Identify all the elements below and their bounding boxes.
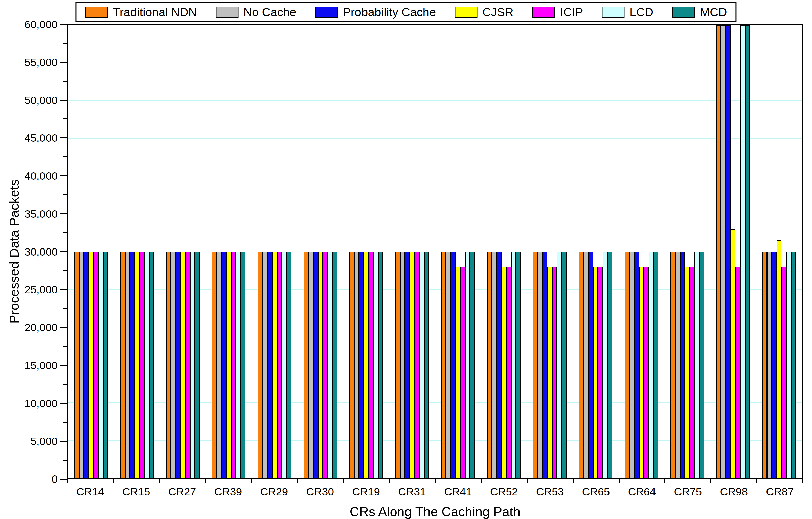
- y-major-tick-mark: [60, 441, 67, 442]
- bar: [263, 252, 267, 478]
- bar: [98, 252, 103, 478]
- bar-group: [435, 25, 481, 478]
- y-tick-label: 15,000: [24, 360, 58, 371]
- bar: [716, 25, 721, 478]
- bar-group: [481, 25, 527, 478]
- x-tick-label: CR75: [674, 486, 702, 497]
- y-tick-label: 25,000: [24, 284, 58, 295]
- bar: [603, 252, 608, 478]
- y-tick-label: 5,000: [30, 436, 58, 447]
- bar: [349, 252, 354, 478]
- bar: [424, 252, 429, 478]
- y-major-tick-mark: [60, 403, 67, 404]
- x-tick-label: CR53: [536, 486, 564, 497]
- bar: [258, 252, 263, 478]
- bar: [89, 252, 93, 478]
- bar: [456, 267, 460, 478]
- bar: [303, 252, 309, 478]
- legend-label: CJSR: [482, 6, 514, 18]
- bar: [180, 252, 185, 478]
- bar: [267, 252, 272, 478]
- bar: [130, 252, 135, 478]
- x-tick-mark: [664, 479, 665, 483]
- x-tick-label: CR14: [76, 486, 104, 497]
- bar-group: [343, 25, 389, 478]
- bar: [323, 252, 328, 478]
- bar: [446, 252, 451, 478]
- x-tick-mark: [205, 479, 206, 483]
- plot-area: [67, 24, 803, 479]
- x-tick-mark: [435, 479, 436, 483]
- bar: [726, 25, 731, 478]
- y-major-tick-mark: [60, 100, 67, 101]
- y-major-tick-mark: [60, 251, 67, 252]
- bar: [583, 252, 588, 478]
- legend-swatch: [85, 6, 108, 18]
- x-tick-label: CR27: [168, 486, 196, 497]
- bar: [699, 252, 704, 478]
- bar-group: [160, 25, 206, 478]
- y-major-tick-mark: [60, 479, 67, 480]
- legend-swatch: [532, 6, 555, 18]
- bar: [593, 267, 598, 478]
- legend-item: CJSR: [455, 6, 514, 18]
- x-tick-label: CR19: [352, 486, 380, 497]
- bar: [378, 252, 383, 478]
- bar: [419, 252, 424, 478]
- bar: [579, 252, 583, 478]
- bar: [670, 252, 675, 478]
- bar: [231, 252, 236, 478]
- legend-item: MCD: [672, 6, 727, 18]
- x-tick-mark: [159, 479, 160, 483]
- bar: [786, 252, 791, 478]
- bar: [277, 252, 282, 478]
- x-tick-label: CR31: [398, 486, 426, 497]
- legend-swatch: [215, 6, 238, 18]
- bar: [460, 267, 465, 478]
- legend-swatch: [602, 6, 625, 18]
- y-major-tick-mark: [60, 137, 67, 138]
- y-axis-ticks: [60, 24, 67, 479]
- x-axis-tick-labels: CR14CR15CR27CR39CR29CR30CR19CR31CR41CR52…: [67, 486, 803, 499]
- bar: [185, 252, 190, 478]
- bar: [400, 252, 405, 478]
- bar: [405, 252, 410, 478]
- bar: [731, 229, 735, 478]
- bar: [791, 252, 796, 478]
- bar: [690, 267, 694, 478]
- bar: [410, 252, 414, 478]
- bar: [451, 252, 456, 478]
- bar: [212, 252, 216, 478]
- x-tick-label: CR65: [582, 486, 610, 497]
- bar: [309, 252, 313, 478]
- bar: [369, 252, 373, 478]
- x-tick-label: CR87: [766, 486, 794, 497]
- legend-item: ICIP: [532, 6, 583, 18]
- bar: [487, 252, 492, 478]
- bar: [222, 252, 226, 478]
- y-minor-tick-mark: [63, 194, 67, 195]
- legend-label: Probability Cache: [343, 6, 436, 18]
- bar: [135, 252, 140, 478]
- y-major-tick-mark: [60, 24, 67, 25]
- x-tick-label: CR41: [444, 486, 472, 497]
- bar: [465, 252, 470, 478]
- bar: [685, 267, 690, 478]
- bar: [195, 252, 200, 478]
- legend-item: No Cache: [215, 6, 296, 18]
- bar: [543, 252, 547, 478]
- bar: [562, 252, 567, 478]
- bar: [328, 252, 332, 478]
- bar-group: [68, 25, 114, 478]
- bar-group: [573, 25, 618, 478]
- bar: [144, 252, 149, 478]
- bar: [497, 252, 501, 478]
- chart-figure: Traditional NDNNo CacheProbability Cache…: [0, 0, 812, 519]
- y-major-tick-mark: [60, 365, 67, 366]
- legend-swatch: [455, 6, 477, 18]
- x-tick-mark: [113, 479, 114, 483]
- y-axis-tick-labels: 05,00010,00015,00020,00025,00030,00035,0…: [0, 24, 58, 479]
- bar: [538, 252, 543, 478]
- legend-label: MCD: [700, 6, 727, 18]
- y-major-tick-mark: [60, 327, 67, 328]
